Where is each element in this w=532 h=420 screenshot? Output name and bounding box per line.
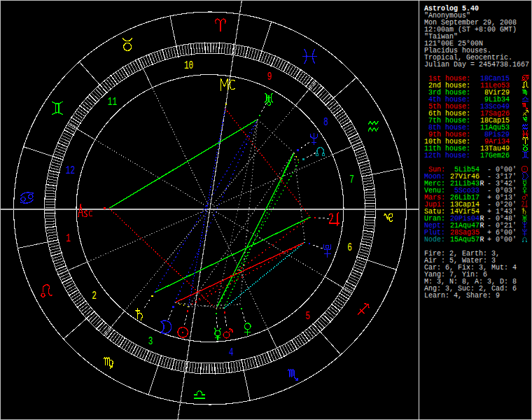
svg-text:1: 1	[66, 232, 71, 245]
svg-text:Node:: Node:	[424, 236, 445, 244]
svg-text:5: 5	[305, 309, 310, 323]
svg-text:8: 8	[323, 115, 328, 128]
svg-text:6: 6	[347, 241, 352, 254]
svg-text:15Aqu57: 15Aqu57	[450, 236, 479, 244]
svg-text:2: 2	[92, 289, 97, 302]
svg-text:R: R	[480, 222, 484, 230]
svg-text:R: R	[480, 236, 484, 244]
svg-text:3: 3	[148, 335, 153, 348]
svg-text:Julian Day = 2454738.1667: Julian Day = 2454738.1667	[424, 61, 529, 69]
svg-text:12th house:: 12th house:	[424, 152, 470, 160]
svg-text:7: 7	[349, 172, 354, 186]
svg-text:12: 12	[66, 164, 75, 177]
svg-text:11: 11	[108, 95, 117, 108]
svg-text:Learn: 4, Share: 9: Learn: 4, Share: 9	[424, 292, 500, 300]
svg-text:10: 10	[184, 59, 193, 72]
svg-text:R: R	[480, 180, 484, 188]
svg-text:17Gem26: 17Gem26	[480, 152, 510, 160]
svg-text:4: 4	[229, 346, 234, 359]
svg-text:9: 9	[267, 70, 272, 83]
svg-text:+ 0°00': + 0°00'	[487, 236, 517, 244]
